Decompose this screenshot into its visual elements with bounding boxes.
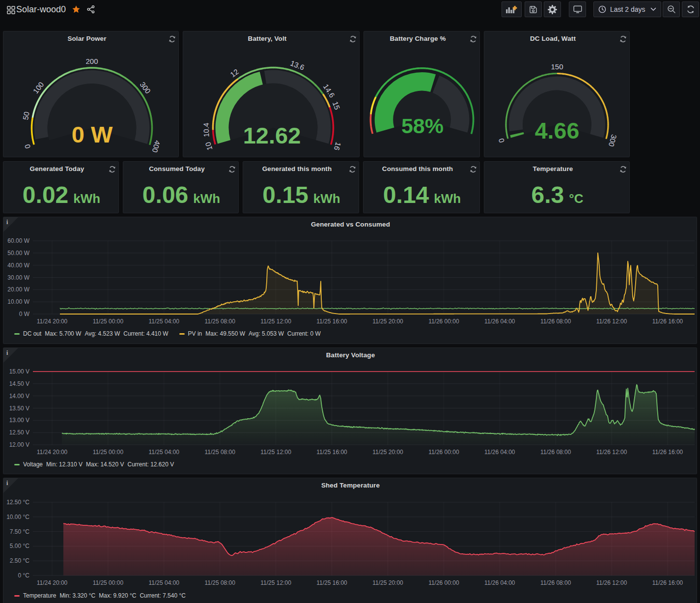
svg-text:12.00 V: 12.00 V bbox=[9, 441, 29, 448]
svg-text:11/25 20:00: 11/25 20:00 bbox=[372, 318, 403, 325]
svg-text:14.50 V: 14.50 V bbox=[9, 380, 29, 387]
svg-text:11/26 08:00: 11/26 08:00 bbox=[540, 449, 571, 456]
svg-text:11/25 12:00: 11/25 12:00 bbox=[260, 318, 291, 325]
svg-text:11/26 16:00: 11/26 16:00 bbox=[652, 449, 683, 456]
svg-text:200: 200 bbox=[85, 57, 98, 65]
svg-text:11/26 08:00: 11/26 08:00 bbox=[540, 318, 571, 325]
svg-text:50.00 W: 50.00 W bbox=[7, 250, 29, 257]
svg-text:11/25 20:00: 11/25 20:00 bbox=[372, 449, 403, 456]
svg-text:11/26 16:00: 11/26 16:00 bbox=[652, 318, 683, 325]
svg-text:7.50 °C: 7.50 °C bbox=[10, 528, 29, 535]
svg-text:11/25 04:00: 11/25 04:00 bbox=[149, 449, 180, 456]
svg-text:11/26 00:00: 11/26 00:00 bbox=[428, 318, 459, 325]
svg-text:11/26 00:00: 11/26 00:00 bbox=[428, 449, 459, 456]
svg-text:0 W: 0 W bbox=[72, 121, 113, 147]
svg-text:12.62: 12.62 bbox=[243, 122, 301, 148]
svg-text:11/26 00:00: 11/26 00:00 bbox=[428, 579, 459, 586]
svg-text:11/24 20:00: 11/24 20:00 bbox=[37, 579, 68, 586]
svg-text:300: 300 bbox=[607, 134, 618, 148]
svg-text:13.50 V: 13.50 V bbox=[9, 405, 29, 412]
svg-text:14.00 V: 14.00 V bbox=[9, 393, 29, 400]
svg-text:11/25 12:00: 11/25 12:00 bbox=[260, 579, 291, 586]
svg-text:11/26 12:00: 11/26 12:00 bbox=[596, 449, 627, 456]
svg-text:11/26 12:00: 11/26 12:00 bbox=[596, 318, 627, 325]
svg-text:400: 400 bbox=[151, 140, 162, 154]
svg-text:11/26 08:00: 11/26 08:00 bbox=[540, 579, 571, 586]
svg-text:15.00 V: 15.00 V bbox=[9, 368, 29, 375]
svg-text:13.00 V: 13.00 V bbox=[9, 417, 29, 424]
svg-text:0 W: 0 W bbox=[19, 311, 30, 317]
svg-text:10: 10 bbox=[203, 141, 214, 151]
svg-text:60.00 W: 60.00 W bbox=[7, 237, 29, 244]
svg-text:2.50 °C: 2.50 °C bbox=[10, 557, 29, 564]
svg-text:11/25 00:00: 11/25 00:00 bbox=[93, 449, 124, 456]
svg-text:10.00 W: 10.00 W bbox=[7, 298, 29, 305]
svg-text:11/25 16:00: 11/25 16:00 bbox=[316, 449, 347, 456]
svg-text:30.00 W: 30.00 W bbox=[7, 274, 29, 281]
svg-text:11/25 16:00: 11/25 16:00 bbox=[316, 579, 347, 586]
svg-text:11/26 16:00: 11/26 16:00 bbox=[652, 579, 683, 586]
svg-text:10.00 °C: 10.00 °C bbox=[6, 514, 29, 520]
svg-text:11/26 12:00: 11/26 12:00 bbox=[596, 579, 627, 586]
svg-text:11/25 20:00: 11/25 20:00 bbox=[372, 579, 403, 586]
svg-text:11/25 04:00: 11/25 04:00 bbox=[149, 579, 180, 586]
svg-text:12.50 °C: 12.50 °C bbox=[6, 499, 29, 506]
svg-text:12.50 V: 12.50 V bbox=[9, 429, 29, 436]
svg-text:0 °C: 0 °C bbox=[18, 572, 30, 579]
svg-text:11/25 08:00: 11/25 08:00 bbox=[204, 449, 235, 456]
svg-text:11/25 00:00: 11/25 00:00 bbox=[93, 318, 124, 325]
svg-text:58%: 58% bbox=[401, 114, 444, 138]
svg-text:11/25 08:00: 11/25 08:00 bbox=[204, 579, 235, 586]
svg-text:4.66: 4.66 bbox=[535, 118, 580, 144]
svg-text:11/25 00:00: 11/25 00:00 bbox=[93, 579, 124, 586]
svg-text:150: 150 bbox=[551, 62, 563, 71]
svg-text:11/25 16:00: 11/25 16:00 bbox=[316, 318, 347, 325]
svg-text:20.00 W: 20.00 W bbox=[7, 286, 29, 293]
svg-text:11/25 08:00: 11/25 08:00 bbox=[204, 318, 235, 325]
svg-text:5.00 °C: 5.00 °C bbox=[10, 543, 29, 549]
svg-text:11/25 04:00: 11/25 04:00 bbox=[149, 318, 180, 325]
svg-text:0: 0 bbox=[23, 144, 32, 150]
svg-text:11/26 04:00: 11/26 04:00 bbox=[484, 318, 515, 325]
svg-text:11/26 04:00: 11/26 04:00 bbox=[484, 579, 515, 586]
svg-text:11/24 20:00: 11/24 20:00 bbox=[37, 318, 68, 325]
svg-text:11/26 04:00: 11/26 04:00 bbox=[484, 449, 515, 456]
svg-text:40.00 W: 40.00 W bbox=[7, 262, 29, 269]
svg-text:16: 16 bbox=[333, 141, 343, 151]
svg-text:15: 15 bbox=[331, 100, 342, 111]
svg-text:0: 0 bbox=[497, 138, 506, 144]
svg-text:11/25 12:00: 11/25 12:00 bbox=[260, 449, 291, 456]
svg-text:11/24 20:00: 11/24 20:00 bbox=[37, 449, 68, 456]
svg-text:10.4: 10.4 bbox=[202, 123, 211, 138]
svg-text:50: 50 bbox=[21, 111, 31, 121]
svg-text:12: 12 bbox=[228, 67, 240, 79]
